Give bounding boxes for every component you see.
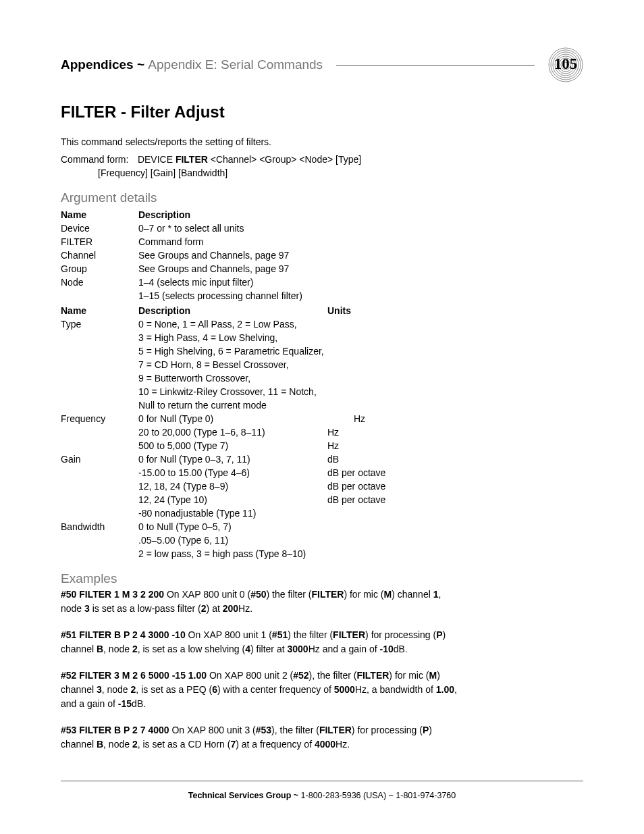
table-header-row: Name Description Units xyxy=(61,303,583,317)
arg-desc: .05–5.00 (Type 6, 11) xyxy=(138,533,327,547)
arg-units xyxy=(327,344,583,358)
table-header-row: Name Description xyxy=(61,207,583,221)
command-form-device: DEVICE xyxy=(138,154,176,165)
arg-name xyxy=(61,506,138,520)
breadcrumb-section: Appendices ~ xyxy=(61,57,148,72)
arg-units xyxy=(327,317,583,331)
footer-rule xyxy=(61,781,583,781)
table-row: GroupSee Groups and Channels, page 97 xyxy=(61,262,583,276)
command-form-line2: [Frequency] [Gain] [Bandwidth] xyxy=(98,167,583,178)
table-row: Type0 = None, 1 = All Pass, 2 = Low Pass… xyxy=(61,317,583,331)
intro-text: This command selects/reports the setting… xyxy=(61,136,583,147)
arg-name xyxy=(61,533,138,547)
arg-desc: See Groups and Channels, page 97 xyxy=(138,249,327,262)
arg-desc: 9 = Butterworth Crossover, xyxy=(138,371,327,385)
arg-units xyxy=(327,331,583,344)
table-row: 7 = CD Horn, 8 = Bessel Crossover, xyxy=(61,358,583,371)
table-row: 12, 24 (Type 10)dB per octave xyxy=(61,493,583,506)
table-row: FILTERCommand form xyxy=(61,235,583,249)
arg-units xyxy=(327,547,583,561)
col-header-units: Units xyxy=(327,303,583,317)
examples-heading: Examples xyxy=(61,571,583,586)
arg-desc: 500 to 5,000 (Type 7) xyxy=(138,439,327,452)
arg-name xyxy=(61,493,138,506)
table-row: 12, 18, 24 (Type 8–9)dB per octave xyxy=(61,479,583,493)
arg-units: dB per octave xyxy=(327,493,583,506)
arg-name xyxy=(61,358,138,371)
arg-name: Group xyxy=(61,262,138,276)
footer-phones: 1-800-283-5936 (USA) ~ 1-801-974-3760 xyxy=(301,791,456,800)
table-row: Frequency0 for Null (Type 0) Hz xyxy=(61,412,583,425)
arg-units xyxy=(327,533,583,547)
arg-units: dB per octave xyxy=(327,479,583,493)
arg-desc: 0–7 or * to select all units xyxy=(138,221,327,235)
table-row: Node1–4 (selects mic input filter) xyxy=(61,276,583,289)
arg-units xyxy=(327,358,583,371)
arg-name xyxy=(61,385,138,398)
example-paragraph: #52 FILTER 3 M 2 6 5000 -15 1.00 On XAP … xyxy=(61,669,459,711)
arg-name xyxy=(61,466,138,479)
breadcrumb: Appendices ~ Appendix E: Serial Commands xyxy=(61,57,323,72)
table-row: 20 to 20,000 (Type 1–6, 8–11)Hz xyxy=(61,425,583,439)
arg-units: Hz xyxy=(327,412,583,425)
arg-name xyxy=(61,371,138,385)
arg-units xyxy=(327,385,583,398)
arg-desc: 1–4 (selects mic input filter) xyxy=(138,276,327,289)
arg-name xyxy=(61,425,138,439)
table-row: Device0–7 or * to select all units xyxy=(61,221,583,235)
page-footer: Technical Services Group ~ 1-800-283-593… xyxy=(61,781,583,800)
example-paragraph: #50 FILTER 1 M 3 2 200 On XAP 800 unit 0… xyxy=(61,588,459,616)
arg-desc: 2 = low pass, 3 = high pass (Type 8–10) xyxy=(138,547,327,561)
command-form-line1: Command form: DEVICE FILTER <Channel> <G… xyxy=(61,154,583,165)
arg-units xyxy=(327,506,583,520)
examples-block: #50 FILTER 1 M 3 2 200 On XAP 800 unit 0… xyxy=(61,588,583,752)
arg-units: Hz xyxy=(327,439,583,452)
arg-desc: 3 = High Pass, 4 = Low Shelving, xyxy=(138,331,327,344)
table-row: 9 = Butterworth Crossover, xyxy=(61,371,583,385)
arg-name xyxy=(61,439,138,452)
arg-desc: 0 for Null (Type 0–3, 7, 11) xyxy=(138,452,327,466)
argument-details-heading: Argument details xyxy=(61,190,583,205)
arg-desc: 0 for Null (Type 0) xyxy=(138,412,327,425)
arg-desc: 10 = Linkwitz-Riley Crossover, 11 = Notc… xyxy=(138,385,327,398)
arg-desc: 12, 24 (Type 10) xyxy=(138,493,327,506)
arg-name: FILTER xyxy=(61,235,138,249)
table-row: 2 = low pass, 3 = high pass (Type 8–10) xyxy=(61,547,583,561)
col-header-desc: Description xyxy=(138,303,327,317)
col-header-name: Name xyxy=(61,303,138,317)
table-row: .05–5.00 (Type 6, 11) xyxy=(61,533,583,547)
arg-desc: -15.00 to 15.00 (Type 4–6) xyxy=(138,466,327,479)
table-row: 1–15 (selects processing channel filter) xyxy=(61,289,583,303)
arg-name xyxy=(61,479,138,493)
arg-name: Frequency xyxy=(61,412,138,425)
arg-units xyxy=(327,398,583,412)
example-paragraph: #51 FILTER B P 2 4 3000 -10 On XAP 800 u… xyxy=(61,628,459,656)
arg-name xyxy=(61,398,138,412)
table-row: 10 = Linkwitz-Riley Crossover, 11 = Notc… xyxy=(61,385,583,398)
argument-table: Name Description Device0–7 or * to selec… xyxy=(61,207,583,561)
arg-name xyxy=(61,344,138,358)
command-form-keyword: FILTER xyxy=(176,154,208,165)
arg-units xyxy=(327,371,583,385)
arg-units: dB xyxy=(327,452,583,466)
arg-name: Gain xyxy=(61,452,138,466)
table-row: ChannelSee Groups and Channels, page 97 xyxy=(61,249,583,262)
arg-units: dB per octave xyxy=(327,466,583,479)
table-row: -80 nonadjustable (Type 11) xyxy=(61,506,583,520)
table-row: -15.00 to 15.00 (Type 4–6)dB per octave xyxy=(61,466,583,479)
arg-desc: 20 to 20,000 (Type 1–6, 8–11) xyxy=(138,425,327,439)
arg-desc: -80 nonadjustable (Type 11) xyxy=(138,506,327,520)
arg-name xyxy=(61,289,138,303)
page-header: Appendices ~ Appendix E: Serial Commands… xyxy=(61,47,583,82)
arg-desc: See Groups and Channels, page 97 xyxy=(138,262,327,276)
arg-desc: 5 = High Shelving, 6 = Parametric Equali… xyxy=(138,344,327,358)
arg-name xyxy=(61,331,138,344)
example-paragraph: #53 FILTER B P 2 7 4000 On XAP 800 unit … xyxy=(61,723,459,752)
arg-desc: 7 = CD Horn, 8 = Bessel Crossover, xyxy=(138,358,327,371)
arg-name: Bandwidth xyxy=(61,520,138,533)
table-row: 500 to 5,000 (Type 7)Hz xyxy=(61,439,583,452)
table-row: Null to return the current mode xyxy=(61,398,583,412)
table-row: 5 = High Shelving, 6 = Parametric Equali… xyxy=(61,344,583,358)
arg-name: Channel xyxy=(61,249,138,262)
arg-desc: 0 = None, 1 = All Pass, 2 = Low Pass, xyxy=(138,317,327,331)
